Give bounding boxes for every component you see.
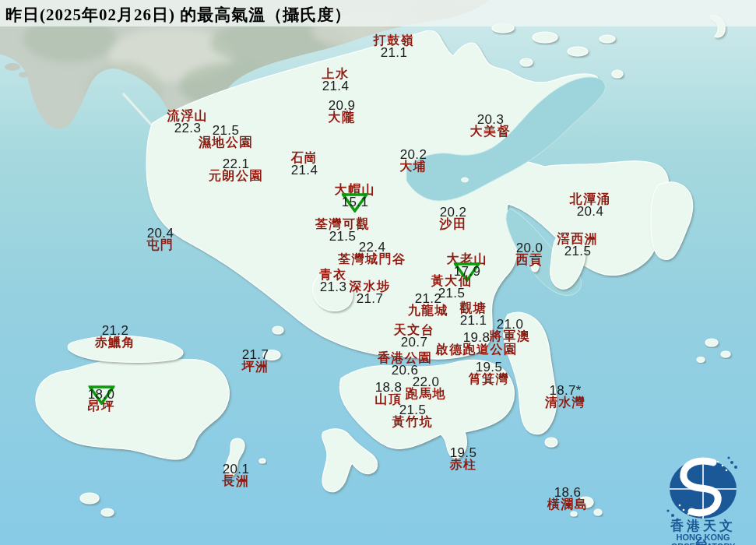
station-name: 筲箕灣 [469,373,510,385]
station-value: 18.7* [549,383,581,398]
station-value: 20.0 [516,241,543,255]
station-label: 22.4荃灣城門谷 [338,241,406,265]
station-value: 21.5 [564,244,591,258]
station-label: 觀塘21.1 [460,302,487,326]
station-value: 22.4 [359,240,385,255]
station-label: 北潭涌20.4 [570,193,611,217]
station-label: 滘西洲21.5 [557,233,599,257]
station-name: 西貢 [516,254,543,266]
station-value: 18.0 [88,387,114,402]
station-label: 20.1長洲 [223,463,250,487]
station-label: 20.3大美督 [470,114,512,138]
station-name: 屯門 [147,239,174,251]
station-value: 20.2 [400,147,427,162]
station-name: 啟德跑道公園 [436,343,518,356]
station-value: 20.4 [147,226,174,241]
station-value: 22.3 [174,121,201,135]
station-label: 18.8山頂 [375,382,403,406]
station-value: 21.2 [415,291,441,306]
station-label: 20.2大埔 [400,149,427,173]
station-label: 20.0西貢 [516,242,543,266]
weather-map-screen: 昨日(2025年02月26日) 的最高氣溫（攝氏度） 打鼓嶺21.1上水21.4… [0,0,756,545]
station-value: 20.2 [440,205,466,220]
station-label: 20.4屯門 [147,227,174,251]
station-label: 18.7*清水灣 [545,385,586,409]
station-label: 21.2九龍城 [408,293,449,317]
station-value: 20.4 [577,204,603,219]
station-label: 荃灣可觀21.5 [315,218,370,242]
station-value: 21.7 [357,291,383,306]
station-label: 20.9大隴 [329,100,356,124]
station-label: 21.5濕地公園 [199,125,253,149]
station-value: 21.3 [320,280,346,294]
station-name: 跑馬地 [406,388,447,400]
station-value: 21.0 [497,317,523,332]
station-label: 22.1元朗公園 [209,158,263,182]
station-value: 20.7 [401,335,427,350]
station-label: 21.7坪洲 [242,349,269,373]
station-value: 21.4 [291,163,318,178]
station-value: 15.1 [342,195,368,209]
station-name: 橫瀾島 [547,498,589,511]
station-value: 20.1 [223,462,249,476]
station-value: 21.4 [322,79,349,93]
station-name: 赤鱲角 [95,336,136,349]
station-value: 21.2 [102,323,128,338]
station-value: 19.8 [463,330,490,345]
station-label: 19.5筲箕灣 [469,361,510,385]
station-value: 18.6 [554,485,581,500]
station-name: 元朗公園 [209,170,263,182]
station-name: 荃灣城門谷 [338,253,406,265]
stations-layer: 打鼓嶺21.1上水21.420.9大隴流浮山22.320.3大美督21.5濕地公… [0,0,756,545]
logo-english-name: HONG KONG OBSERVATORY [651,533,755,545]
station-label: 大帽山15.1 [335,184,376,208]
station-label: 石崗21.4 [291,152,318,176]
station-name: 沙田 [440,218,467,230]
station-name: 大埔 [400,160,427,173]
station-value: 20.9 [329,98,355,113]
station-value: 21.7 [242,347,269,362]
station-name: 坪洲 [242,360,269,373]
station-label: 22.0跑馬地 [406,376,447,400]
station-name: 清水灣 [545,396,586,409]
station-value: 21.1 [460,313,487,328]
station-value: 22.1 [223,156,249,171]
station-name: 赤柱 [450,459,477,471]
station-label: 天文台20.7 [394,324,435,348]
station-label: 青衣21.3 [320,269,347,293]
station-name: 長洲 [223,475,250,487]
station-value: 19.5 [450,445,476,460]
station-value: 21.1 [381,45,407,60]
station-value: 21.5 [213,123,239,138]
station-name: 九龍城 [408,304,449,317]
station-label: 18.0昂坪 [88,389,115,413]
station-value: 20.3 [477,112,504,127]
station-label: 21.5黃竹坑 [392,404,434,428]
station-name: 黃竹坑 [392,416,434,428]
station-value: 21.5 [399,403,426,417]
station-label: 21.2赤鱲角 [95,325,136,349]
station-label: 打鼓嶺21.1 [374,34,415,58]
hko-logo [660,452,747,523]
station-label: 上水21.4 [322,68,350,92]
station-value: 22.0 [413,374,439,389]
station-name: 濕地公園 [199,136,253,149]
station-label: 18.6橫瀾島 [547,487,589,511]
station-name: 大美督 [470,125,512,138]
station-value: 18.8 [375,380,402,395]
station-value: 19.5 [476,360,502,374]
station-name: 大隴 [329,111,356,124]
station-label: 19.5赤柱 [450,447,477,471]
station-label: 深水埗21.7 [350,280,391,304]
station-label: 19.8啟德跑道公園 [436,332,518,356]
station-label: 香港公園20.6 [378,352,432,376]
station-label: 20.2沙田 [440,206,467,230]
